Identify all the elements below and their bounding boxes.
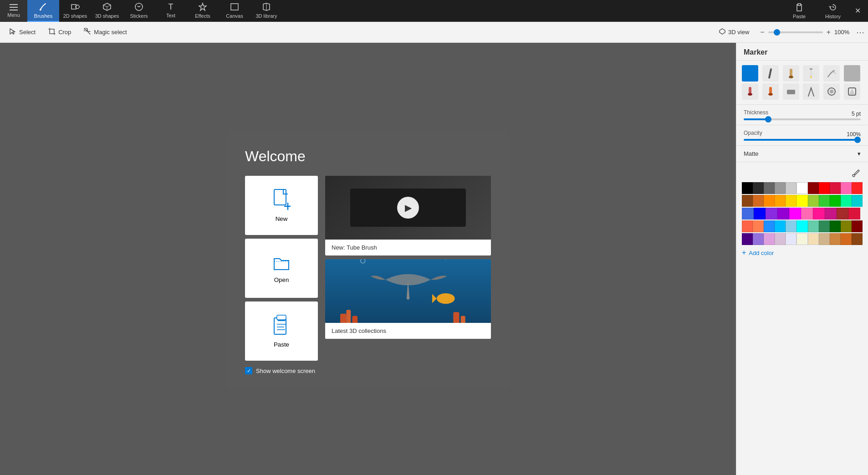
- color-thistle[interactable]: [775, 233, 786, 245]
- tool-2dshapes[interactable]: 2D shapes: [59, 0, 91, 22]
- color-pink[interactable]: [801, 208, 813, 220]
- magic-select-button[interactable]: Magic select: [78, 25, 132, 40]
- play-button[interactable]: ▶: [397, 197, 419, 219]
- color-dodger-blue[interactable]: [764, 220, 775, 232]
- color-orange-dark[interactable]: [764, 195, 775, 207]
- zoom-out-button[interactable]: −: [758, 28, 766, 36]
- color-light-gray[interactable]: [786, 182, 797, 194]
- thickness-slider[interactable]: [744, 118, 861, 120]
- color-dark-red[interactable]: [852, 220, 863, 232]
- tool-stickers[interactable]: Stickers: [123, 0, 155, 22]
- brush-wide-brush[interactable]: [783, 83, 799, 100]
- color-orange[interactable]: [775, 195, 786, 207]
- color-deep-pink[interactable]: [813, 208, 825, 220]
- history-button[interactable]: History: [817, 0, 849, 22]
- color-blue[interactable]: [754, 208, 766, 220]
- color-tan[interactable]: [819, 233, 830, 245]
- color-blue-violet[interactable]: [766, 208, 777, 220]
- color-olive[interactable]: [841, 220, 852, 232]
- brush-pencil[interactable]: [803, 65, 819, 82]
- color-gray-1[interactable]: [764, 182, 775, 194]
- color-plum[interactable]: [764, 233, 775, 245]
- tool-effects[interactable]: Effects: [187, 0, 219, 22]
- color-hot-pink[interactable]: [841, 182, 852, 194]
- tool-3dshapes[interactable]: 3D shapes: [91, 0, 123, 22]
- zoom-in-button[interactable]: +: [825, 28, 832, 36]
- show-welcome-checkbox[interactable]: ✓: [245, 367, 252, 374]
- color-indigo[interactable]: [742, 233, 753, 245]
- tool-3dlibrary[interactable]: 3D library: [250, 0, 282, 22]
- show-welcome-label[interactable]: Show welcome screen: [256, 368, 315, 374]
- color-saddlebrown[interactable]: [852, 233, 863, 245]
- zoom-slider[interactable]: [768, 31, 823, 33]
- new-button[interactable]: New: [245, 176, 318, 235]
- brush-fill[interactable]: [844, 65, 860, 82]
- select-button[interactable]: Select: [4, 25, 41, 40]
- 3d-view-button[interactable]: 3D view: [714, 26, 755, 38]
- color-crimson[interactable]: [830, 182, 841, 194]
- color-medium-violet[interactable]: [825, 208, 837, 220]
- color-royal-blue[interactable]: [742, 208, 754, 220]
- feature-card-tube-brush[interactable]: Paint 3D ▶ New: Tube Brush: [325, 176, 491, 255]
- color-magenta[interactable]: [789, 208, 801, 220]
- color-dark-green[interactable]: [830, 220, 841, 232]
- color-black[interactable]: [742, 182, 753, 194]
- menu-button[interactable]: Menu: [0, 0, 27, 22]
- 3d-collections-label: Latest 3D collections: [325, 323, 491, 339]
- color-dark-gray[interactable]: [753, 182, 764, 194]
- paste-welcome-button[interactable]: Paste: [245, 301, 318, 361]
- color-sky-blue[interactable]: [786, 220, 797, 232]
- crop-button[interactable]: Crop: [43, 25, 77, 40]
- color-spring-green[interactable]: [841, 195, 852, 207]
- tool-text[interactable]: T Text: [155, 0, 187, 22]
- color-sienna[interactable]: [753, 195, 764, 207]
- color-deep-sky-blue[interactable]: [775, 220, 786, 232]
- color-yellow[interactable]: [797, 195, 807, 207]
- brush-orange-brush[interactable]: [762, 83, 779, 100]
- brush-oil[interactable]: [783, 65, 799, 82]
- brush-watercolor[interactable]: [742, 83, 758, 100]
- tool-canvas[interactable]: Canvas: [219, 0, 250, 22]
- color-medium-aqua[interactable]: [808, 220, 819, 232]
- brush-type4[interactable]: [803, 83, 819, 100]
- feature-card-3d-collections[interactable]: Latest 3D collections: [325, 259, 491, 339]
- color-white[interactable]: [797, 182, 807, 194]
- color-bright-red[interactable]: [852, 182, 863, 194]
- color-purple[interactable]: [777, 208, 789, 220]
- brush-type5[interactable]: [823, 83, 840, 100]
- color-wheat[interactable]: [808, 233, 819, 245]
- color-crimson-2[interactable]: [848, 208, 860, 220]
- tool-brushes[interactable]: Brushes: [27, 0, 59, 22]
- color-medium-purple[interactable]: [753, 233, 764, 245]
- close-button[interactable]: ✕: [851, 4, 864, 18]
- color-brown[interactable]: [742, 195, 753, 207]
- more-options-button[interactable]: ⋯: [856, 27, 864, 37]
- color-teal[interactable]: [852, 195, 863, 207]
- color-gray-2[interactable]: [775, 182, 786, 194]
- color-red[interactable]: [819, 182, 830, 194]
- color-lavender[interactable]: [786, 233, 797, 245]
- paste-button[interactable]: Paste: [783, 0, 815, 22]
- brush-calligraphy[interactable]: [762, 65, 779, 82]
- color-brown-2[interactable]: [837, 208, 848, 220]
- color-green[interactable]: [830, 195, 841, 207]
- color-yellow-green[interactable]: [808, 195, 819, 207]
- color-beige[interactable]: [797, 233, 807, 245]
- color-cyan[interactable]: [797, 220, 807, 232]
- color-red-dark[interactable]: [808, 182, 819, 194]
- add-color-button[interactable]: + Add color: [742, 246, 863, 260]
- color-peru[interactable]: [830, 233, 841, 245]
- brush-marker[interactable]: [742, 65, 758, 82]
- color-gold[interactable]: [786, 195, 797, 207]
- color-tomato[interactable]: [742, 220, 753, 232]
- eyedropper-button[interactable]: [850, 167, 863, 179]
- color-sea-green[interactable]: [819, 220, 830, 232]
- matte-dropdown[interactable]: ▾: [858, 150, 861, 157]
- color-coral[interactable]: [753, 220, 764, 232]
- opacity-slider[interactable]: [744, 139, 861, 141]
- brush-type6[interactable]: [844, 83, 860, 100]
- brush-airbrush[interactable]: [823, 65, 840, 82]
- color-chocolate[interactable]: [841, 233, 852, 245]
- open-button[interactable]: Open: [245, 239, 318, 298]
- color-lime-green[interactable]: [819, 195, 830, 207]
